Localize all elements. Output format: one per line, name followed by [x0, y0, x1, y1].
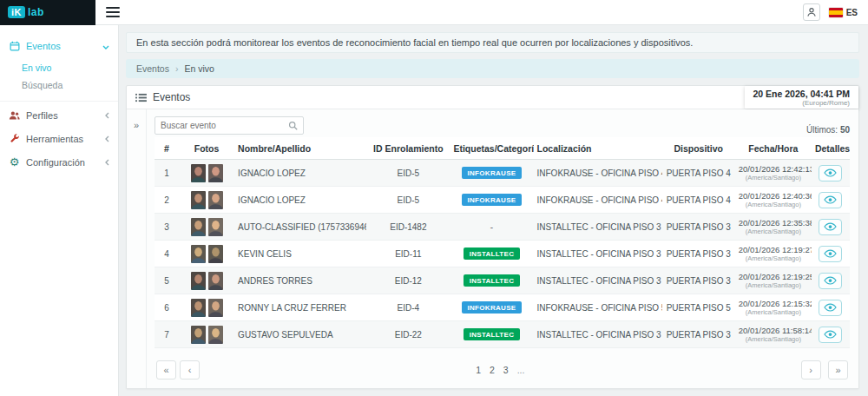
info-banner: En esta sección podrá monitorear los eve… — [126, 32, 859, 53]
table-row: 2 IGNACIO LOPEZ EID-5 INFOKRAUSE INFOKRA… — [155, 187, 850, 214]
app-logo[interactable]: iK lab — [0, 0, 95, 25]
event-timezone: (America/Santiago) — [739, 201, 808, 208]
table-row: 6 RONNY LA CRUZ FERRER EID-4 INFOKRAUSE … — [155, 294, 850, 321]
current-datetime: 20 Ene 2026, 04:41 PM — [753, 89, 851, 99]
person-name: ANDRES TORRES — [234, 267, 366, 294]
sidebar-item-en-vivo[interactable]: En vivo — [0, 59, 118, 76]
row-number: 5 — [155, 267, 179, 294]
location: INFOKRAUSE - OFICINA PISO 4 — [534, 160, 662, 187]
topbar: iK lab ES — [0, 0, 868, 25]
last-count-label: Últimos: 50 — [806, 125, 850, 135]
users-icon — [9, 109, 20, 121]
detection-photo — [191, 245, 206, 263]
col-tags: Etiquetas/Categorías — [450, 137, 533, 160]
tag-badge: INSTALLTEC — [464, 274, 521, 287]
sidebar-item-label: Configuración — [26, 157, 85, 168]
event-datetime: 20/01/2026 11:58:14 — [739, 326, 808, 335]
profile-photo — [208, 191, 223, 209]
col-enrollment-id: ID Enrolamiento — [366, 137, 450, 160]
eye-icon — [824, 249, 837, 258]
tag-badge: INFOKRAUSE — [462, 301, 523, 314]
details-button[interactable] — [819, 273, 842, 289]
event-datetime: 20/01/2026 12:42:13 — [739, 164, 808, 174]
profile-photo — [208, 164, 223, 182]
panel-header: Eventos 20 Ene 2026, 04:41 PM (Europe/Ro… — [127, 86, 858, 109]
next-page-button[interactable]: › — [801, 360, 821, 380]
chevron-down-icon — [102, 41, 109, 51]
prev-page-button[interactable]: ‹ — [180, 360, 200, 380]
person-name: GUSTAVO SEPULVEDA — [234, 321, 366, 348]
device: PUERTA PISO 4 — [662, 187, 735, 214]
sidebar-submenu-eventos: En vivo Búsqueda — [0, 57, 118, 99]
enrollment-id: EID-11 — [366, 241, 450, 267]
row-number: 6 — [155, 294, 179, 321]
event-timezone: (America/Santiago) — [739, 254, 808, 262]
details-button[interactable] — [819, 300, 842, 316]
breadcrumb-eventos[interactable]: Eventos — [136, 63, 169, 74]
sidebar-item-eventos[interactable]: Eventos — [0, 34, 118, 57]
row-number: 1 — [155, 160, 179, 187]
gear-icon: ⚙ — [9, 156, 20, 168]
device: PUERTA PISO 3 — [662, 267, 735, 294]
device: PUERTA PISO 5 — [662, 294, 735, 321]
sidebar-item-label: Herramientas — [26, 134, 83, 144]
sidebar-item-perfiles[interactable]: Perfiles — [0, 103, 118, 127]
event-timezone: (America/Santiago) — [739, 228, 808, 235]
event-timezone: (America/Santiago) — [739, 308, 808, 316]
event-datetime: 20/01/2026 12:40:36 — [739, 191, 808, 201]
page-button[interactable]: 1 — [476, 365, 481, 375]
table-row: 5 ANDRES TORRES EID-12 INSTALLTEC INSTAL… — [155, 267, 850, 294]
detection-photo — [191, 326, 206, 344]
current-timezone: (Europe/Rome) — [753, 99, 851, 107]
search-input[interactable] — [161, 121, 288, 130]
detection-photo — [191, 272, 206, 290]
enrollment-id: EID-5 — [366, 187, 450, 214]
tag-badge: INFOKRAUSE — [462, 194, 523, 206]
details-button[interactable] — [819, 192, 842, 208]
details-button[interactable] — [819, 246, 842, 262]
sidebar-divider — [0, 101, 118, 102]
enrollment-id: EID-12 — [366, 267, 450, 294]
panel-main: Últimos: 50 # Fotos Nombre/Apellido — [147, 109, 858, 388]
eye-icon — [824, 303, 837, 312]
page-button[interactable]: 2 — [490, 365, 495, 375]
eye-icon — [824, 168, 837, 177]
eye-icon — [824, 330, 837, 339]
event-timezone: (America/Santiago) — [739, 335, 808, 343]
spain-flag-icon — [829, 8, 843, 17]
device: PUERTA PISO 4 — [662, 160, 735, 187]
expand-sidebar-button[interactable]: » — [134, 120, 139, 130]
details-button[interactable] — [819, 327, 842, 343]
logo-text: lab — [28, 6, 44, 18]
col-location: Localización — [534, 137, 662, 160]
row-number: 3 — [155, 214, 179, 241]
panel-body: » Últimos: 50 — [127, 109, 858, 388]
chevron-left-icon — [105, 134, 109, 144]
logo-icon: iK — [8, 6, 25, 18]
language-selector[interactable]: ES — [829, 8, 858, 17]
menu-icon[interactable] — [106, 7, 120, 17]
col-photos: Fotos — [179, 137, 234, 160]
search-icon[interactable] — [288, 121, 298, 130]
list-icon — [135, 93, 147, 102]
details-button[interactable] — [819, 219, 842, 235]
details-button[interactable] — [819, 165, 842, 182]
page-button[interactable]: 3 — [503, 365, 509, 375]
sidebar-item-herramientas[interactable]: Herramientas — [0, 127, 118, 150]
last-page-button[interactable]: » — [828, 360, 848, 380]
sidebar-item-configuracion[interactable]: ⚙ Configuración — [0, 150, 118, 174]
table-row: 1 IGNACIO LOPEZ EID-5 INFOKRAUSE INFOKRA… — [155, 160, 850, 187]
device: PUERTA PISO 3 — [662, 214, 735, 241]
current-datetime-card: 20 Ene 2026, 04:41 PM (Europe/Rome) — [745, 86, 859, 109]
event-datetime: 20/01/2026 12:15:32 — [739, 299, 808, 308]
enrollment-id: EID-5 — [366, 160, 450, 187]
breadcrumb-separator: › — [175, 63, 179, 74]
enrollment-id: EID-4 — [366, 294, 450, 321]
row-number: 2 — [155, 187, 179, 214]
first-page-button[interactable]: « — [156, 360, 176, 380]
calendar-icon — [9, 40, 20, 51]
sidebar-item-busqueda[interactable]: Búsqueda — [0, 76, 118, 94]
user-menu-button[interactable] — [803, 3, 820, 21]
location: INFOKRAUSE - OFICINA PISO 5 — [534, 294, 662, 321]
tools-icon — [9, 133, 20, 144]
